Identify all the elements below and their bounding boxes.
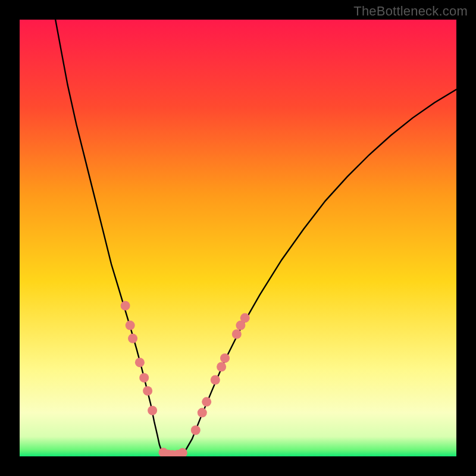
plot-area: [20, 20, 456, 456]
marker-dot: [148, 406, 157, 415]
marker-dot: [128, 334, 137, 343]
marker-dot: [202, 397, 211, 406]
marker-dot: [139, 373, 149, 383]
marker-dot: [126, 321, 135, 330]
marker-dot: [143, 386, 152, 396]
marker-dot: [135, 358, 145, 367]
bottleneck-curve: [55, 20, 456, 455]
curve-layer: [20, 20, 456, 456]
marker-dot: [211, 375, 220, 385]
outer-frame: TheBottleneck.com: [0, 0, 476, 476]
marker-dot: [217, 362, 226, 372]
marker-dot: [220, 353, 230, 363]
marker-dot: [191, 425, 201, 435]
marker-dot: [121, 301, 130, 311]
marker-dot: [232, 330, 242, 339]
attribution-text: TheBottleneck.com: [353, 4, 468, 19]
marker-dot: [240, 313, 250, 322]
marker-dot: [198, 408, 207, 418]
